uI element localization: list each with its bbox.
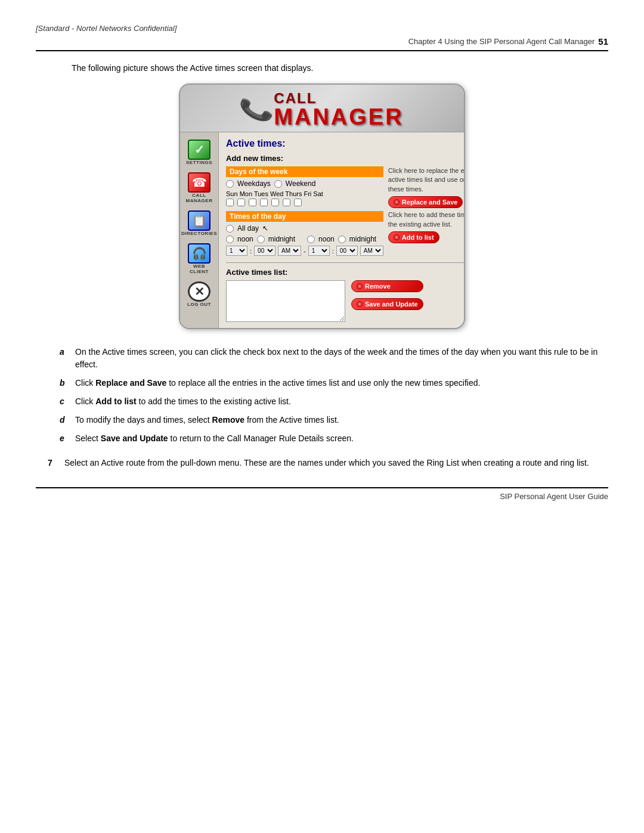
add-button-label: Add to list [402, 234, 434, 241]
remove-button-dot [357, 283, 363, 289]
colon1: : [250, 247, 252, 255]
item-7-text: Select an Active route from the pull-dow… [64, 457, 608, 469]
midnight2-radio[interactable] [338, 236, 346, 243]
list-area-row: Remove Save and Update [226, 280, 465, 322]
cursor-indicator: ↖ [262, 224, 268, 233]
time-selects-row: 1234 5678 9101112 : 00153045 [226, 246, 383, 256]
remove-button-label: Remove [365, 283, 391, 290]
form-columns: Days of the week Weekdays Weekend Sun Mo… [226, 166, 465, 258]
from-min-select[interactable]: 00153045 [254, 246, 275, 256]
instructions-list: a On the Active times screen, you can cl… [60, 346, 608, 445]
instruction-d-text: To modify the days and times, select Rem… [75, 414, 608, 426]
sidebar-item-directories[interactable]: 📋 DIRECTORIES [180, 208, 218, 239]
instruction-b: b Click Replace and Save to replace all … [60, 377, 608, 389]
replace-button-dot [394, 199, 400, 205]
instruction-c: c Click Add to list to add the times to … [60, 395, 608, 408]
save-button-label: Save and Update [365, 301, 418, 308]
checkmark-icon: ✓ [188, 140, 210, 160]
add-to-list-button[interactable]: Add to list [388, 231, 439, 243]
to-ampm-select[interactable]: AMPM [360, 246, 383, 256]
form-right: Click here to replace the existing activ… [388, 166, 465, 258]
allday-radio[interactable] [226, 225, 234, 233]
noon2-radio[interactable] [307, 236, 315, 243]
chapter-number: 51 [598, 36, 608, 47]
intro-text: The following picture shows the Active t… [72, 63, 608, 73]
instruction-d: d To modify the days and times, select R… [60, 414, 608, 426]
list-buttons: Remove Save and Update [351, 280, 423, 312]
fri-checkbox[interactable] [283, 199, 290, 206]
wed-checkbox[interactable] [260, 199, 268, 206]
sidebar-item-call-manager[interactable]: ☎ CALL MANAGER [180, 170, 218, 206]
sidebar-item-web-client[interactable]: 🎧 WEB CLIENT [180, 241, 218, 277]
header-confidential: [Standard - Nortel Networks Confidential… [36, 24, 608, 33]
replace-button-label: Replace and Save [402, 199, 458, 206]
content-panel: Active times: Add new times: Days of the… [219, 132, 465, 328]
sidebar-item-settings[interactable]: ✓ SETTINGS [180, 137, 218, 168]
letter-c: c [60, 395, 68, 408]
item-number-7: 7 [48, 457, 57, 469]
web-client-label: WEB CLIENT [190, 264, 209, 274]
noon1-radio[interactable] [226, 236, 234, 243]
headphones-icon: 🎧 [188, 243, 210, 264]
instruction-a-text: On the Active times screen, you can clic… [75, 346, 608, 371]
letter-e: e [60, 432, 68, 445]
sat-checkbox[interactable] [294, 199, 302, 206]
noon2-label: noon [318, 235, 335, 243]
sidebar: ✓ SETTINGS ☎ CALL MANAGER 📋 DIRECTORIES … [180, 132, 219, 328]
time-separator: - [304, 247, 306, 255]
letter-b: b [60, 377, 68, 389]
to-hour-select[interactable]: 1234 5678 9101112 [308, 246, 330, 256]
screenshot-box: 📞 CALL MANAGER ✓ SETTINGS ☎ [179, 83, 465, 329]
letter-d: d [60, 414, 68, 426]
save-and-update-button[interactable]: Save and Update [351, 298, 423, 310]
active-times-title: Active times: [226, 138, 465, 149]
logo-container: 📞 CALL MANAGER [240, 91, 403, 128]
phone-icon: ☎ [188, 172, 210, 193]
times-section-header: Times of the day [226, 211, 383, 222]
thu-checkbox[interactable] [271, 199, 279, 206]
instruction-a: a On the Active times screen, you can cl… [60, 346, 608, 371]
sidebar-item-logout[interactable]: ✕ LOG OUT [180, 279, 218, 309]
active-times-textarea[interactable] [226, 280, 345, 322]
screenshot-wrapper: 📞 CALL MANAGER ✓ SETTINGS ☎ [36, 83, 608, 329]
letter-a: a [60, 346, 68, 371]
tue-checkbox[interactable] [249, 199, 256, 206]
from-ampm-select[interactable]: AMPM [278, 246, 301, 256]
chapter-header: Chapter 4 Using the SIP Personal Agent C… [36, 36, 608, 51]
replace-desc: Click here to replace the existing activ… [388, 166, 465, 194]
main-area: ✓ SETTINGS ☎ CALL MANAGER 📋 DIRECTORIES … [180, 132, 464, 328]
call-manager-label: CALL MANAGER [186, 193, 213, 203]
weekend-radio[interactable] [274, 180, 282, 188]
logout-label: LOG OUT [187, 302, 211, 307]
instruction-e-text: Select Save and Update to return to the … [75, 432, 608, 445]
add-button-dot [394, 234, 400, 240]
weekdays-label: Weekdays [237, 179, 271, 188]
remove-button[interactable]: Remove [351, 280, 423, 292]
add-new-times-label: Add new times: [226, 154, 465, 163]
page-footer: SIP Personal Agent User Guide [36, 487, 608, 501]
sun-checkbox[interactable] [226, 199, 234, 206]
logo-text-block: CALL MANAGER [274, 91, 403, 128]
to-min-select[interactable]: 00153045 [336, 246, 358, 256]
footer-text: SIP Personal Agent User Guide [500, 492, 608, 501]
mon-checkbox[interactable] [237, 199, 245, 206]
save-button-dot [357, 301, 363, 307]
noon1-label: noon [237, 235, 253, 243]
from-hour-select[interactable]: 1234 5678 9101112 [226, 246, 247, 256]
days-checkboxes-row [226, 199, 383, 206]
logo-area: 📞 CALL MANAGER [180, 85, 464, 132]
logo-manager-text: MANAGER [274, 106, 403, 128]
replace-and-save-button[interactable]: Replace and Save [388, 196, 463, 208]
instruction-b-text: Click Replace and Save to replace all th… [75, 377, 608, 389]
midnight1-radio[interactable] [257, 236, 265, 243]
logout-icon: ✕ [188, 281, 210, 302]
times-section: Times of the day All day ↖ noon [226, 211, 383, 256]
active-times-list-label: Active times list: [226, 268, 465, 277]
weekdays-radio[interactable] [226, 180, 234, 188]
weekend-label: Weekend [286, 179, 315, 188]
days-section-header: Days of the week [226, 166, 383, 177]
allday-radio-group: All day ↖ [226, 224, 383, 233]
directories-icon: 📋 [188, 210, 210, 231]
chapter-text: Chapter 4 Using the SIP Personal Agent C… [408, 37, 595, 46]
phone-logo-icon: 📞 [237, 91, 275, 128]
